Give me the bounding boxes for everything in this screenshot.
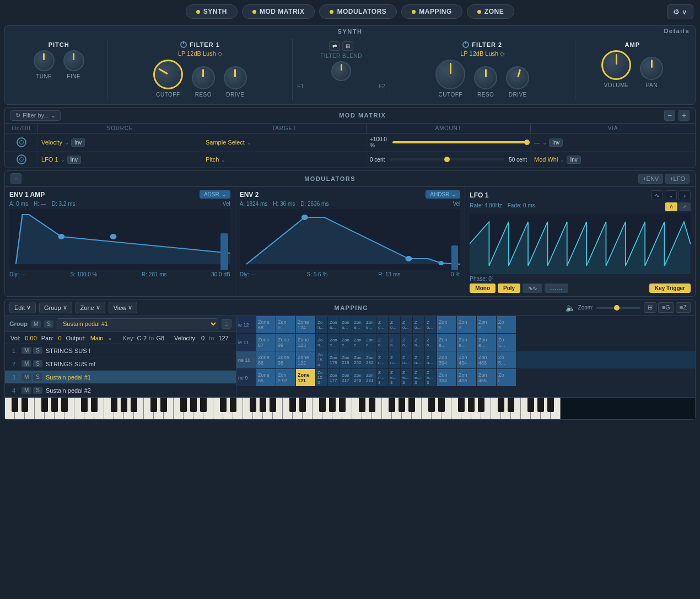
group-row-4[interactable]: 4 M S Sustain pedal #2 — [5, 384, 236, 397]
mod-minus-button[interactable]: − — [10, 173, 21, 184]
zone-cell-3-11[interactable]: Zn... — [389, 351, 401, 368]
zone-cell-3-17[interactable]: Zon466 — [477, 351, 497, 368]
zone-cell-2-17[interactable]: Zone... — [477, 334, 497, 351]
zone-cell-4-12[interactable]: Ze...3 — [401, 369, 413, 386]
filter2-reso-knob[interactable] — [474, 66, 497, 89]
zone-cell-1-3[interactable]: Zone... — [276, 316, 296, 333]
row2-m-button[interactable]: M — [21, 360, 31, 367]
row1-s-button[interactable]: S — [33, 347, 42, 354]
zone-cell-2-7[interactable]: Zone... — [340, 334, 352, 351]
mm-row2-via-chevron[interactable]: ⌄ — [560, 157, 564, 163]
filter2-power-icon[interactable] — [462, 41, 469, 48]
view-button[interactable]: View ∨ — [109, 302, 138, 313]
row3-m-button[interactable]: M — [21, 373, 31, 381]
zone-cell-2-2[interactable]: Zone67 — [256, 334, 276, 351]
env1-type[interactable]: ADSR ⌄ — [200, 190, 230, 199]
wave-dotted-button[interactable]: ...... — [545, 284, 568, 293]
zone-cell-4-13[interactable]: Ze...3 — [413, 369, 425, 386]
mm-row1-power[interactable] — [17, 137, 26, 147]
zone-cell-4-7[interactable]: Zon217 — [340, 369, 352, 386]
mm-plus-button[interactable]: + — [679, 110, 690, 121]
mm-row1-track[interactable] — [392, 141, 527, 143]
zone-cell-4-11[interactable]: Ze...3 — [389, 369, 401, 386]
zone-cell-1-16[interactable]: Zone... — [457, 316, 477, 333]
zoom-slider[interactable] — [596, 307, 640, 309]
zone-cell-4-14[interactable]: Ze...3 — [425, 369, 437, 386]
edit-button[interactable]: Edit ∨ — [9, 302, 36, 313]
zone-cell-2-9[interactable]: Zone... — [364, 334, 376, 351]
tab-mapping[interactable]: MAPPING — [401, 4, 462, 19]
filter1-power-icon[interactable] — [180, 41, 187, 48]
zone-cell-3-15[interactable]: Zon394 — [437, 351, 457, 368]
row4-m-button[interactable]: M — [21, 387, 31, 394]
zone-cell-4-16[interactable]: Zon433 — [457, 369, 477, 386]
zone-cell-1-1[interactable]: ie 12 — [236, 316, 256, 333]
zone-cell-2-6[interactable]: Zone... — [328, 334, 340, 351]
lfo-saw-icon[interactable]: /\ — [665, 202, 677, 211]
blend-knob[interactable] — [331, 61, 351, 81]
mm-row1-inv1[interactable]: Inv — [71, 138, 85, 147]
zone-cell-1-11[interactable]: Zo... — [389, 316, 401, 333]
zone-cell-4-18[interactable]: Zoi... — [497, 369, 516, 386]
mono-button[interactable]: Mono — [470, 284, 496, 293]
mm-row2-source-chevron[interactable]: ⌄ — [61, 157, 65, 163]
zone-cell-3-10[interactable]: Zn... — [376, 351, 389, 368]
group-row-1[interactable]: 1 M S STRINGS SUS f — [5, 344, 236, 357]
filter1-type[interactable]: LP 12dB Lush ◇ — [178, 50, 222, 57]
zone-cell-2-13[interactable]: Zo... — [413, 334, 425, 351]
lfo-wave-icon[interactable]: ∿ — [651, 190, 663, 200]
zone-cell-3-3[interactable]: Zone98 — [276, 351, 296, 368]
filter-by-button[interactable]: ↻ Filter by... ⌄ — [10, 110, 61, 121]
zone-cell-4-5[interactable]: Zo153 — [316, 369, 328, 386]
tab-synth[interactable]: SYNTH — [186, 4, 238, 19]
chevron-output[interactable]: ⌄ — [107, 334, 112, 341]
zone-cell-2-4[interactable]: Zone123 — [296, 334, 316, 351]
zone-cell-3-6[interactable]: Zon178 — [328, 351, 340, 368]
zone-cell-4-4[interactable]: Zone121 — [296, 369, 316, 386]
row3-s-button[interactable]: S — [33, 373, 42, 381]
zone-cell-2-14[interactable]: Zo... — [425, 334, 437, 351]
mm-minus-button[interactable]: − — [664, 110, 675, 121]
blend-arrows[interactable]: ⇄ — [329, 41, 340, 51]
group-menu-button[interactable]: ≡ — [222, 319, 231, 329]
zone-cell-1-17[interactable]: Zone... — [477, 316, 497, 333]
tab-mod-matrix[interactable]: MOD MATRIX — [242, 4, 315, 19]
zone-button[interactable]: Zone ∨ — [76, 302, 105, 313]
zone-cell-2-1[interactable]: ie 11 — [236, 334, 256, 351]
zone-cell-1-15[interactable]: Zone... — [437, 316, 457, 333]
filter1-drive-knob[interactable] — [224, 66, 247, 89]
key-trigger-button[interactable]: Key Trigger — [649, 284, 691, 293]
zone-cell-3-18[interactable]: Zo5... — [497, 351, 516, 368]
zone-cell-1-2[interactable]: Zone68 — [256, 316, 276, 333]
zone-cell-3-9[interactable]: Zon282 — [364, 351, 376, 368]
details-button[interactable]: Details — [664, 28, 690, 34]
zone-cell-4-17[interactable]: Zon465 — [477, 369, 497, 386]
lfo-note-icon[interactable]: ♪ — [679, 190, 691, 200]
zone-cell-3-16[interactable]: Zon434 — [457, 351, 477, 368]
piano[interactable] — [5, 397, 695, 419]
mm-row1-via-chevron[interactable]: ⌄ — [542, 140, 547, 146]
volume-knob[interactable] — [601, 50, 631, 80]
zone-cell-1-13[interactable]: Zo... — [413, 316, 425, 333]
zone-cell-1-10[interactable]: Zo... — [376, 316, 389, 333]
zone-cell-4-3[interactable]: Zone 97 — [276, 369, 296, 386]
add-env-button[interactable]: +ENV — [638, 174, 663, 184]
zone-cell-2-8[interactable]: Zone... — [352, 334, 364, 351]
mm-row2-target-chevron[interactable]: ⌄ — [221, 157, 225, 163]
mm-row2-power[interactable] — [17, 154, 26, 164]
group-name-select[interactable]: Sustain pedal #1 — [57, 318, 218, 329]
zone-cell-2-12[interactable]: Zo... — [401, 334, 413, 351]
group-m-button[interactable]: M — [31, 320, 41, 328]
mm-row2-inv2[interactable]: Inv — [567, 156, 580, 164]
zone-cell-3-13[interactable]: Zn... — [413, 351, 425, 368]
zone-cell-1-4[interactable]: Zone124 — [296, 316, 316, 333]
filter2-cutoff-knob[interactable] — [435, 60, 465, 89]
zone-cell-3-12[interactable]: Zn... — [401, 351, 413, 368]
tab-zone[interactable]: ZONE — [467, 4, 514, 19]
zone-cell-3-1[interactable]: ne 10 — [236, 351, 256, 368]
zone-cell-2-15[interactable]: Zone... — [437, 334, 457, 351]
row2-s-button[interactable]: S — [33, 360, 42, 367]
add-lfo-button[interactable]: +LFO — [665, 174, 690, 184]
zone-cell-3-14[interactable]: Zn... — [425, 351, 437, 368]
zone-cell-1-18[interactable]: Zo5... — [497, 316, 516, 333]
